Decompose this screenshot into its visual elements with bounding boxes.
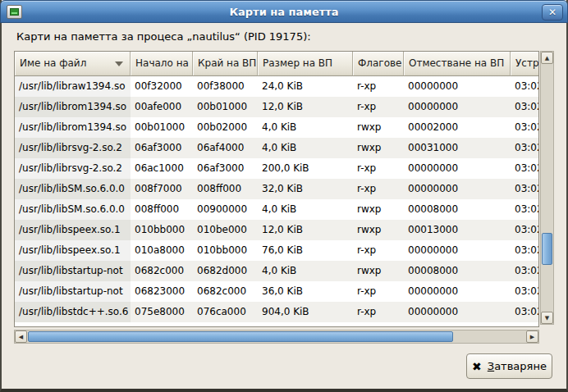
cell-vm-end: 0682d000 <box>193 261 258 281</box>
table-row[interactable]: /usr/lib/libSM.so.6.0.0008ff000009000004… <box>15 199 538 220</box>
scroll-right-button[interactable]: ▶ <box>526 330 538 343</box>
cell-vm-offset: 00000000 <box>404 158 511 179</box>
cell-device: 03:02 <box>511 138 538 158</box>
cell-vm-size: 76,0 KiB <box>258 240 353 261</box>
cell-vm-start: 00b01000 <box>131 117 193 138</box>
titlebar: Карти на паметта ✕ <box>0 0 568 23</box>
cell-device: 03:02 <box>511 158 538 179</box>
cell-vm-size: 4,0 KiB <box>258 117 353 138</box>
cell-vm-offset: 00000000 <box>404 179 511 199</box>
column-header-vm-end[interactable]: Край на ВП <box>193 52 258 76</box>
table-row[interactable]: /usr/lib/librom1394.so00b0100000b020004,… <box>15 117 538 138</box>
cell-flags: r-xp <box>353 240 404 261</box>
scroll-up-button[interactable]: ▲ <box>541 52 553 64</box>
column-header-flags[interactable]: Флагове <box>353 52 404 76</box>
cell-flags: r-xp <box>353 179 404 199</box>
cell-vm-offset: 00000000 <box>404 76 511 97</box>
cell-device: 03:02 <box>511 281 538 302</box>
cell-vm-end: 0682c000 <box>193 281 258 302</box>
cell-vm-end: 010be000 <box>193 220 258 240</box>
scroll-down-button[interactable]: ▼ <box>541 312 553 324</box>
vertical-scrollbar-thumb[interactable] <box>542 233 552 265</box>
horizontal-scrollbar[interactable]: ◀ ▶ <box>14 330 539 344</box>
cell-vm-start: 008ff000 <box>131 199 193 220</box>
cell-vm-end: 008ff000 <box>193 179 258 199</box>
cell-vm-offset: 00000000 <box>404 240 511 261</box>
cell-vm-start: 075e8000 <box>131 302 193 322</box>
cell-vm-start: 00f32000 <box>131 76 193 97</box>
scroll-left-button[interactable]: ◀ <box>15 330 27 343</box>
table-row[interactable]: /usr/lib/librsvg-2.so.206ac100006af30002… <box>15 158 538 179</box>
table-row[interactable]: /usr/lib/libspeex.so.1010bb000010be00012… <box>15 220 538 240</box>
cell-device: 03:02 <box>511 199 538 220</box>
cell-vm-end: 06af4000 <box>193 138 258 158</box>
horizontal-scrollbar-thumb[interactable] <box>28 331 453 342</box>
memory-maps-dialog: Карти на паметта ✕ Карти на паметта за п… <box>0 0 568 392</box>
cell-filename: /usr/lib/libspeex.so.1 <box>15 240 131 261</box>
cell-vm-start: 010bb000 <box>131 220 193 240</box>
cell-vm-start: 06af3000 <box>131 138 193 158</box>
cell-vm-offset: 00000000 <box>404 281 511 302</box>
cell-filename: /usr/lib/librsvg-2.so.2 <box>15 138 131 158</box>
cell-flags: r-xp <box>353 302 404 322</box>
column-header-vm-offset[interactable]: Отместване на ВП <box>404 52 511 76</box>
table-row[interactable]: /usr/lib/libraw1394.so00f3200000f3800024… <box>15 76 538 97</box>
window-title: Карти на паметта <box>1 1 567 24</box>
cell-vm-size: 36,0 KiB <box>258 281 353 302</box>
cell-vm-start: 00afe000 <box>131 97 193 117</box>
column-header-vm-size[interactable]: Размер на ВП <box>258 52 353 76</box>
table-row[interactable]: /usr/lib/libstdc++.so.6075e8000076ca0009… <box>15 302 538 322</box>
column-header-vm-start[interactable]: Начало на ВП <box>131 52 193 76</box>
close-button-label: Затваряне <box>488 360 547 372</box>
cell-vm-size: 4,0 KiB <box>258 199 353 220</box>
cell-device: 03:02 <box>511 240 538 261</box>
cell-filename: /usr/lib/libSM.so.6.0.0 <box>15 199 131 220</box>
column-header-filename[interactable]: Име на файл <box>15 52 131 76</box>
column-header-device[interactable]: Устройство <box>511 52 538 76</box>
cell-vm-start: 06823000 <box>131 281 193 302</box>
table-row[interactable]: /usr/lib/libspeex.so.1010a8000010bb00076… <box>15 240 538 261</box>
table-body: /usr/lib/libraw1394.so00f3200000f3800024… <box>15 76 538 322</box>
sort-indicator-icon <box>115 62 123 66</box>
column-header-label: Размер на ВП <box>263 57 332 69</box>
cell-vm-offset: 00008000 <box>404 261 511 281</box>
table-row[interactable]: /usr/lib/libstartup-not0682c0000682d0004… <box>15 261 538 281</box>
cell-vm-offset: 00031000 <box>404 138 511 158</box>
cell-vm-size: 32,0 KiB <box>258 179 353 199</box>
vertical-scrollbar[interactable]: ▲ ▼ <box>540 51 554 325</box>
cell-filename: /usr/lib/libstdc++.so.6 <box>15 302 131 322</box>
cell-flags: rwxp <box>353 117 404 138</box>
cell-vm-end: 06af3000 <box>193 158 258 179</box>
close-dialog-button[interactable]: ✖ Затваряне <box>466 353 552 379</box>
cell-vm-start: 010a8000 <box>131 240 193 261</box>
column-header-label: Име на файл <box>20 57 86 69</box>
column-header-label: Начало на ВП <box>135 57 193 69</box>
cell-vm-size: 4,0 KiB <box>258 138 353 158</box>
table-row[interactable]: /usr/lib/libstartup-not068230000682c0003… <box>15 281 538 302</box>
cell-vm-size: 904,0 KiB <box>258 302 353 322</box>
cell-flags: rwxp <box>353 261 404 281</box>
cell-filename: /usr/lib/librom1394.so <box>15 117 131 138</box>
cell-flags: r-xp <box>353 97 404 117</box>
process-maps-label: Карти на паметта за процеса „nautilus“ (… <box>16 30 311 43</box>
table-row[interactable]: /usr/lib/libSM.so.6.0.0008f7000008ff0003… <box>15 179 538 199</box>
cell-device: 03:02 <box>511 302 538 322</box>
cell-filename: /usr/lib/libSM.so.6.0.0 <box>15 179 131 199</box>
column-header-label: Отместване на ВП <box>409 57 504 69</box>
cell-flags: r-xp <box>353 281 404 302</box>
window-close-button[interactable]: ✕ <box>542 4 563 21</box>
column-header-label: Край на ВП <box>198 57 256 69</box>
table-header-row: Име на файлНачало на ВПКрай на ВПРазмер … <box>15 52 538 76</box>
table-row[interactable]: /usr/lib/librom1394.so00afe00000b0100012… <box>15 97 538 117</box>
cell-device: 03:02 <box>511 76 538 97</box>
cell-flags: r-xp <box>353 158 404 179</box>
cell-vm-offset: 00000000 <box>404 302 511 322</box>
cell-vm-size: 4,0 KiB <box>258 261 353 281</box>
cell-filename: /usr/lib/libspeex.so.1 <box>15 220 131 240</box>
cell-flags: r-xp <box>353 76 404 97</box>
table-row[interactable]: /usr/lib/librsvg-2.so.206af300006af40004… <box>15 138 538 158</box>
cell-vm-size: 24,0 KiB <box>258 76 353 97</box>
cell-vm-end: 00f38000 <box>193 76 258 97</box>
cell-filename: /usr/lib/libstartup-not <box>15 281 131 302</box>
cell-vm-end: 00b02000 <box>193 117 258 138</box>
